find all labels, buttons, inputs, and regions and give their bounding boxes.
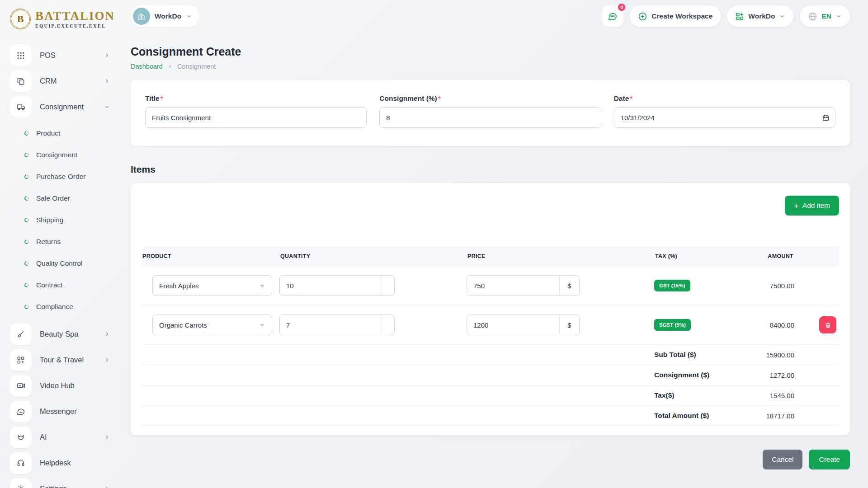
brand-emblem: B (10, 9, 31, 29)
brand-tagline: EQUIP,EXECUTE,EXEL (35, 23, 115, 28)
truck-icon (10, 96, 32, 118)
calendar-icon[interactable] (822, 114, 830, 122)
currency-suffix: $ (559, 276, 579, 296)
sidebar-item-consignment[interactable]: Consignment (10, 94, 118, 120)
quantity-input[interactable] (280, 315, 381, 335)
brand-monogram: B (17, 13, 24, 25)
chevron-right-icon (104, 485, 110, 488)
brand-name: BATTALION (35, 10, 115, 22)
chevron-right-icon (167, 64, 173, 69)
crm-icon (10, 70, 32, 92)
sidebar-subitem-quality-control[interactable]: Quality Control (10, 253, 118, 274)
sidebar-item-label: Tour & Travel (40, 356, 104, 364)
chevron-down-icon (259, 322, 265, 328)
headset-icon (10, 452, 32, 474)
consignment-form-card: Title* Consignment (%)* Date* (131, 80, 850, 146)
sidebar-subitem-consignment[interactable]: Consignment (10, 144, 118, 166)
sidebar-item-crm[interactable]: CRM (10, 68, 118, 94)
required-asterisk: * (630, 94, 632, 102)
price-input[interactable] (467, 315, 559, 335)
breadcrumb-dashboard-link[interactable]: Dashboard (131, 63, 163, 70)
create-workspace-button[interactable]: Create Workspace (630, 5, 721, 27)
chevron-down-icon (259, 282, 265, 289)
date-label: Date* (614, 94, 633, 102)
title-input[interactable] (146, 108, 366, 127)
plus-circle-icon (638, 12, 647, 21)
chat-bubble-icon (10, 401, 32, 422)
tax-total-row: Tax($) 1545.00 (142, 385, 839, 406)
add-item-button[interactable]: + Add item (785, 196, 839, 216)
brand-logo[interactable]: B BATTALION EQUIP,EXECUTE,EXEL (10, 6, 118, 32)
date-input[interactable] (614, 108, 822, 127)
sidebar: B BATTALION EQUIP,EXECUTE,EXEL POS (0, 0, 118, 488)
chevron-down-icon (186, 13, 192, 19)
sidebar-item-label: Video Hub (40, 381, 110, 390)
quantity-input[interactable] (280, 276, 381, 296)
required-asterisk: * (160, 94, 163, 102)
sidebar-item-label: POS (40, 51, 104, 60)
sidebar-item-pos[interactable]: POS (10, 42, 118, 68)
sidebar-subitem-contract[interactable]: Contract (10, 274, 118, 296)
product-select[interactable]: Organic Carrots (152, 314, 272, 335)
gear-icon (10, 478, 32, 488)
pos-grid-icon (10, 45, 32, 66)
items-card: + Add item PRODUCT QUANTITY PRICE TAX (%… (131, 183, 850, 435)
sidebar-item-label: Beauty Spa (40, 330, 104, 338)
sidebar-item-tour-travel[interactable]: Tour & Travel (10, 347, 118, 373)
cancel-button[interactable]: Cancel (763, 450, 802, 469)
language-selector[interactable]: EN (800, 5, 850, 27)
circle-dot-icon (24, 282, 30, 288)
sidebar-subitem-shipping[interactable]: Shipping (10, 209, 118, 231)
product-select[interactable]: Fresh Apples (152, 275, 272, 296)
breadcrumb-current: Consignment (177, 63, 216, 70)
consignment-submenu: Product Consignment Purchase Order Sale … (10, 120, 118, 321)
title-label: Title* (145, 94, 163, 102)
consignment-percent-label: Consignment (%)* (379, 94, 440, 102)
sidebar-item-helpdesk[interactable]: Helpdesk (10, 450, 118, 476)
sidebar-item-label: CRM (40, 77, 104, 85)
circle-dot-icon (24, 261, 30, 267)
create-button[interactable]: Create (809, 450, 850, 469)
quantity-stepper[interactable] (381, 276, 394, 296)
sidebar-item-ai[interactable]: AI (10, 424, 118, 450)
topbar: WorkDo 0 Create Workspace (131, 0, 850, 33)
sidebar-item-settings[interactable]: Settings (10, 476, 118, 488)
price-input[interactable] (467, 276, 559, 296)
sidebar-item-messenger[interactable]: Messenger (10, 399, 118, 424)
chevron-right-icon (104, 357, 110, 363)
tax-badge: GST (15%) (654, 280, 690, 291)
chevron-right-icon (104, 434, 110, 441)
consignment-percent-input[interactable] (380, 108, 600, 127)
chevron-right-icon (104, 331, 110, 338)
workspace-selector[interactable]: WorkDo (131, 5, 199, 27)
messages-button[interactable]: 0 (602, 5, 623, 27)
chevron-down-icon (835, 13, 842, 19)
sidebar-item-video-hub[interactable]: Video Hub (10, 373, 118, 399)
grid-plus-icon (735, 12, 744, 21)
ai-icon (10, 427, 32, 448)
item-row-1: Fresh Apples (142, 266, 839, 305)
sidebar-subitem-sale-order[interactable]: Sale Order (10, 188, 118, 209)
delete-row-button[interactable] (819, 316, 836, 333)
circle-dot-icon (24, 196, 30, 202)
sidebar-nav: POS CRM Consignment (10, 42, 118, 488)
sidebar-item-beauty-spa[interactable]: Beauty Spa (10, 321, 118, 347)
sidebar-subitem-compliance[interactable]: Compliance (10, 296, 118, 318)
sidebar-item-label: AI (40, 433, 104, 441)
required-asterisk: * (438, 94, 441, 102)
currency-suffix: $ (559, 315, 579, 335)
sidebar-subitem-product[interactable]: Product (10, 122, 118, 144)
row-amount: 7500.00 (736, 282, 794, 290)
language-code: EN (821, 12, 831, 20)
quantity-stepper[interactable] (381, 315, 394, 335)
sidebar-subitem-returns[interactable]: Returns (10, 231, 118, 253)
page-title: Consignment Create (131, 45, 850, 58)
workspace-name: WorkDo (155, 12, 181, 20)
sidebar-item-label: Messenger (40, 407, 110, 416)
sidebar-subitem-purchase-order[interactable]: Purchase Order (10, 166, 118, 188)
workdo-menu-button[interactable]: WorkDo (727, 5, 793, 27)
row-amount: 8400.00 (736, 321, 794, 329)
col-amount: AMOUNT (736, 253, 794, 259)
sidebar-item-label: Helpdesk (40, 459, 110, 467)
workspace-avatar (133, 8, 150, 25)
